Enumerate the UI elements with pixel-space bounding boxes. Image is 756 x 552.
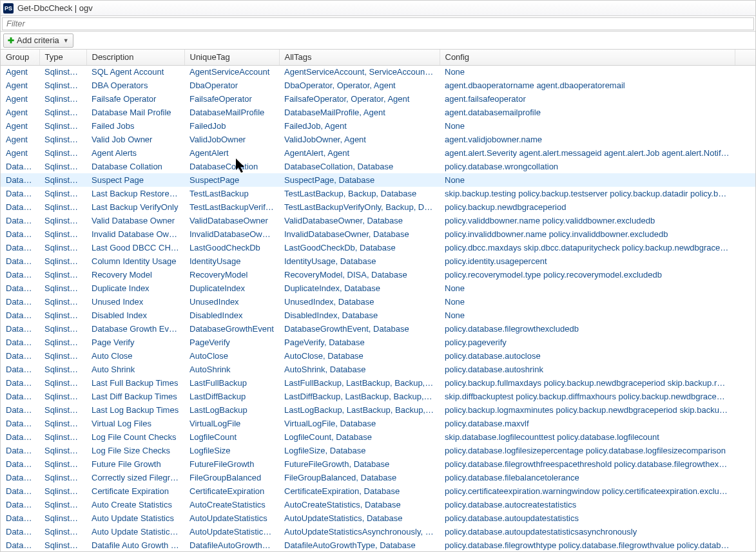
cell-description: Agent Alerts [86, 146, 184, 160]
cell-uniquetag: PageVerify [184, 336, 279, 349]
col-header-config[interactable]: Config [440, 50, 735, 65]
grid[interactable]: Group Type Description UniqueTag AllTags… [1, 50, 755, 551]
col-header-group[interactable]: Group [1, 50, 39, 65]
cell-type: Sqlinstance [39, 349, 86, 363]
cell-blank [735, 106, 755, 119]
cell-blank [735, 484, 755, 498]
table-row[interactable]: AgentSqlinstanceFailed JobsFailedJobFail… [1, 119, 755, 133]
col-header-blank[interactable] [735, 50, 755, 65]
cell-type: Sqlinstance [39, 511, 86, 525]
cell-uniquetag: AutoCreateStatistics [184, 498, 279, 511]
table-row[interactable]: DatabaseSqlinstanceDatafile Auto Growth … [1, 538, 755, 551]
cell-blank [735, 430, 755, 444]
table-row[interactable]: DatabaseSqlinstanceColumn Identity Usage… [1, 254, 755, 268]
col-header-type[interactable]: Type [39, 50, 86, 65]
cell-uniquetag: LastLogBackup [184, 403, 279, 417]
table-row[interactable]: DatabaseSqlinstanceAuto Create Statistic… [1, 498, 755, 511]
table-row[interactable]: DatabaseSqlinstanceLast Diff Backup Time… [1, 390, 755, 403]
table-row[interactable]: DatabaseSqlinstanceFuture File GrowthFut… [1, 457, 755, 471]
cell-blank [735, 309, 755, 322]
cell-blank [735, 268, 755, 281]
table-row[interactable]: DatabaseSqlinstanceInvalid Database Owne… [1, 227, 755, 241]
table-row[interactable]: DatabaseSqlinstanceAuto Update Statistic… [1, 525, 755, 538]
cell-type: Sqlinstance [39, 133, 86, 146]
cell-group: Database [1, 200, 39, 214]
cell-blank [735, 254, 755, 268]
filter-input[interactable] [2, 17, 754, 30]
cell-description: Last Log Backup Times [86, 403, 184, 417]
cell-blank [735, 65, 755, 79]
table-row[interactable]: DatabaseSqlinstanceDatabase CollationDat… [1, 160, 755, 173]
cell-group: Database [1, 417, 39, 430]
cell-alltags: LastFullBackup, LastBackup, Backup, DISA… [279, 376, 440, 390]
table-row[interactable]: DatabaseSqlinstanceRecovery ModelRecover… [1, 268, 755, 281]
cell-group: Agent [1, 92, 39, 106]
add-criteria-label: Add criteria [17, 35, 59, 45]
table-row[interactable]: DatabaseSqlinstancePage VerifyPageVerify… [1, 336, 755, 349]
table-row[interactable]: DatabaseSqlinstanceLog File Size ChecksL… [1, 444, 755, 457]
cell-config: agent.alert.Severity agent.alert.message… [440, 146, 735, 160]
filter-row [1, 16, 755, 32]
cell-type: Sqlinstance [39, 309, 86, 322]
cell-alltags: FileGroupBalanced, Database [279, 471, 440, 484]
cell-type: Sqlinstance [39, 444, 86, 457]
cell-description: Database Mail Profile [86, 106, 184, 119]
table-row[interactable]: DatabaseSqlinstanceAuto ShrinkAutoShrink… [1, 363, 755, 376]
cell-uniquetag: SuspectPage [184, 173, 279, 187]
table-row[interactable]: DatabaseSqlinstanceLast Full Backup Time… [1, 376, 755, 390]
cell-alltags: IdentityUsage, Database [279, 254, 440, 268]
cell-blank [735, 417, 755, 430]
table-row[interactable]: DatabaseSqlinstanceAuto Update Statistic… [1, 511, 755, 525]
cell-uniquetag: DatafileAutoGrowthType [184, 538, 279, 551]
cell-blank [735, 376, 755, 390]
table-row[interactable]: DatabaseSqlinstanceCertificate Expiratio… [1, 484, 755, 498]
cell-alltags: FailedJob, Agent [279, 119, 440, 133]
add-criteria-button[interactable]: ✚ Add criteria ▼ [3, 33, 73, 48]
cell-blank [735, 525, 755, 538]
cell-description: Valid Job Owner [86, 133, 184, 146]
table-row[interactable]: AgentSqlinstanceSQL Agent AccountAgentSe… [1, 65, 755, 79]
col-header-description[interactable]: Description [86, 50, 184, 65]
col-header-alltags[interactable]: AllTags [279, 50, 440, 65]
table-row[interactable]: AgentSqlinstanceDBA OperatorsDbaOperator… [1, 79, 755, 92]
table-row[interactable]: AgentSqlinstanceFailsafe OperatorFailsaf… [1, 92, 755, 106]
cell-group: Database [1, 444, 39, 457]
table-row[interactable]: DatabaseSqlinstanceDatabase Growth Event… [1, 322, 755, 336]
table-row[interactable]: DatabaseSqlinstanceCorrectly sized Fileg… [1, 471, 755, 484]
table-row[interactable]: DatabaseSqlinstanceLog File Count Checks… [1, 430, 755, 444]
table-row[interactable]: DatabaseSqlinstanceLast Backup VerifyOnl… [1, 200, 755, 214]
cell-type: Sqlinstance [39, 79, 86, 92]
cell-alltags: AutoClose, Database [279, 349, 440, 363]
table-row[interactable]: DatabaseSqlinstanceAuto CloseAutoCloseAu… [1, 349, 755, 363]
cell-group: Agent [1, 79, 39, 92]
table-row[interactable]: DatabaseSqlinstanceDisabled IndexDisable… [1, 309, 755, 322]
table-row[interactable]: DatabaseSqlinstanceLast Backup Restore T… [1, 187, 755, 200]
cell-alltags: PageVerify, Database [279, 336, 440, 349]
table-row[interactable]: DatabaseSqlinstanceLast Log Backup Times… [1, 403, 755, 417]
cell-blank [735, 538, 755, 551]
table-row[interactable]: AgentSqlinstanceValid Job OwnerValidJobO… [1, 133, 755, 146]
table-row[interactable]: DatabaseSqlinstanceVirtual Log FilesVirt… [1, 417, 755, 430]
table-row[interactable]: DatabaseSqlinstanceDuplicate IndexDuplic… [1, 281, 755, 295]
table-row[interactable]: DatabaseSqlinstanceValid Database OwnerV… [1, 214, 755, 227]
cell-description: Failed Jobs [86, 119, 184, 133]
cell-type: Sqlinstance [39, 146, 86, 160]
table-row[interactable]: AgentSqlinstanceDatabase Mail ProfileDat… [1, 106, 755, 119]
col-header-uniquetag[interactable]: UniqueTag [184, 50, 279, 65]
cell-type: Sqlinstance [39, 498, 86, 511]
titlebar[interactable]: PS Get-DbcCheck | ogv [1, 1, 755, 16]
cell-group: Agent [1, 119, 39, 133]
cell-alltags: AutoCreateStatistics, Database [279, 498, 440, 511]
table-row[interactable]: DatabaseSqlinstanceSuspect PageSuspectPa… [1, 173, 755, 187]
cell-alltags: SuspectPage, Database [279, 173, 440, 187]
table-row[interactable]: DatabaseSqlinstanceUnused IndexUnusedInd… [1, 295, 755, 309]
cell-uniquetag: AutoShrink [184, 363, 279, 376]
cell-blank [735, 227, 755, 241]
cell-config: policy.database.wrongcollation [440, 160, 735, 173]
cell-blank [735, 146, 755, 160]
cell-config: policy.database.maxvlf [440, 417, 735, 430]
cell-type: Sqlinstance [39, 119, 86, 133]
cell-group: Database [1, 349, 39, 363]
table-row[interactable]: AgentSqlinstanceAgent AlertsAgentAlertAg… [1, 146, 755, 160]
table-row[interactable]: DatabaseSqlinstanceLast Good DBCC CHECKD… [1, 241, 755, 254]
